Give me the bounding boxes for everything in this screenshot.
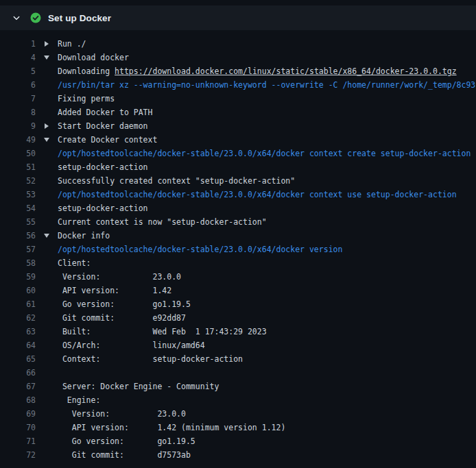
log-segment: Git commit: e92dd87 — [58, 313, 186, 323]
log-line: 59 Version: 23.0.0 — [0, 270, 476, 284]
log-segment: Built: Wed Feb 1 17:43:29 2023 — [58, 327, 267, 336]
log-segment: Go version: go1.19.5 — [58, 436, 195, 446]
log-segment: Fixing perms — [58, 94, 115, 103]
log-segment: Download docker — [58, 53, 129, 62]
disclosure-collapsed-icon[interactable] — [36, 123, 58, 129]
disclosure-collapsed-icon[interactable] — [36, 41, 58, 47]
disclosure-expanded-icon[interactable] — [36, 138, 58, 142]
log-segment: /usr/bin/tar xz --warning=no-unknown-key… — [58, 80, 475, 90]
line-number[interactable]: 70 — [8, 421, 36, 434]
line-number[interactable]: 6 — [8, 78, 36, 92]
log-text: Docker info — [58, 229, 476, 243]
line-number[interactable]: 8 — [8, 106, 36, 119]
log-line: 69 Version: 23.0.0 — [0, 407, 476, 421]
log-text: Go version: go1.19.5 — [58, 434, 476, 448]
log-text: Client: — [58, 256, 476, 270]
log-line: 57/opt/hostedtoolcache/docker-stable/23.… — [0, 243, 476, 256]
log-segment: Version: 23.0.0 — [58, 409, 186, 419]
line-number[interactable]: 7 — [8, 92, 36, 106]
line-number[interactable]: 69 — [8, 407, 36, 421]
log-line: 54setup-docker-action — [0, 201, 476, 215]
log-segment: Version: 23.0.0 — [58, 272, 181, 282]
step-title: Set up Docker — [48, 13, 111, 23]
log-line: 63 Built: Wed Feb 1 17:43:29 2023 — [0, 325, 476, 338]
log-group-line[interactable]: 1Run ./ — [0, 37, 476, 51]
log-text: Built: Wed Feb 1 17:43:29 2023 — [58, 325, 476, 338]
line-number[interactable]: 56 — [8, 229, 36, 243]
line-number[interactable]: 63 — [8, 325, 36, 338]
line-number[interactable]: 57 — [8, 243, 36, 256]
chevron-down-icon[interactable] — [11, 12, 22, 23]
log-text: Engine: — [58, 393, 476, 407]
log-segment: API version: 1.42 — [58, 286, 171, 295]
log-group-line[interactable]: 9Start Docker daemon — [0, 119, 476, 133]
log-group-line[interactable]: 56Docker info — [0, 229, 476, 243]
log-line: 66 — [0, 366, 476, 380]
log-group-line[interactable]: 4Download docker — [0, 51, 476, 64]
log-segment: setup-docker-action — [58, 162, 148, 172]
log-line: 70 API version: 1.42 (minimum version 1.… — [0, 421, 476, 434]
line-number[interactable]: 4 — [8, 51, 36, 64]
log-text: /opt/hostedtoolcache/docker-stable/23.0.… — [58, 243, 476, 256]
log-line: 52Successfully created context "setup-do… — [0, 174, 476, 188]
log-text: Fixing perms — [58, 92, 476, 106]
log-text: Start Docker daemon — [58, 119, 476, 133]
line-number[interactable]: 65 — [8, 352, 36, 366]
log-line: 6/usr/bin/tar xz --warning=no-unknown-ke… — [0, 78, 476, 92]
line-number[interactable]: 67 — [8, 380, 36, 393]
line-number[interactable]: 49 — [8, 133, 36, 147]
line-number[interactable]: 54 — [8, 201, 36, 215]
line-number[interactable]: 55 — [8, 215, 36, 229]
line-number[interactable]: 64 — [8, 338, 36, 352]
log-segment: Start Docker daemon — [58, 121, 148, 131]
log-segment: /opt/hostedtoolcache/docker-stable/23.0.… — [58, 190, 457, 199]
line-number[interactable]: 58 — [8, 256, 36, 270]
log-line: 55Current context is now "setup-docker-a… — [0, 215, 476, 229]
log-text: Version: 23.0.0 — [58, 270, 476, 284]
line-number[interactable]: 5 — [8, 64, 36, 78]
line-number[interactable]: 1 — [8, 37, 36, 51]
log-text: Git commit: d7573ab — [58, 448, 476, 462]
disclosure-expanded-icon[interactable] — [36, 56, 58, 60]
line-number[interactable]: 53 — [8, 188, 36, 201]
line-number[interactable]: 72 — [8, 448, 36, 462]
log-group-line[interactable]: 49Create Docker context — [0, 133, 476, 147]
log-segment: Docker info — [58, 231, 110, 241]
log-link[interactable]: https://download.docker.com/linux/static… — [115, 66, 457, 76]
log-segment: Added Docker to PATH — [58, 108, 152, 117]
line-number[interactable]: 68 — [8, 393, 36, 407]
log-text: Added Docker to PATH — [58, 106, 476, 119]
line-number[interactable]: 50 — [8, 147, 36, 160]
log-line: 8Added Docker to PATH — [0, 106, 476, 119]
log-line: 72 Git commit: d7573ab — [0, 448, 476, 462]
log-text: /opt/hostedtoolcache/docker-stable/23.0.… — [58, 188, 476, 201]
log-line: 51setup-docker-action — [0, 160, 476, 174]
line-number[interactable]: 71 — [8, 434, 36, 448]
step-header[interactable]: Set up Docker — [0, 5, 476, 30]
log-line: 61 Go version: go1.19.5 — [0, 297, 476, 311]
line-number[interactable]: 60 — [8, 284, 36, 297]
log-text: Create Docker context — [58, 133, 476, 147]
log-segment: Git commit: d7573ab — [58, 450, 191, 460]
log-segment: Run ./ — [58, 39, 86, 49]
log-segment: Current context is now "setup-docker-act… — [58, 217, 267, 227]
log-line: 62 Git commit: e92dd87 — [0, 311, 476, 325]
log-segment: Create Docker context — [58, 135, 157, 145]
log-segment: /opt/hostedtoolcache/docker-stable/23.0.… — [58, 149, 471, 158]
line-number[interactable]: 62 — [8, 311, 36, 325]
line-number[interactable]: 51 — [8, 160, 36, 174]
log-text: Download docker — [58, 51, 476, 64]
disclosure-expanded-icon[interactable] — [36, 234, 58, 238]
line-number[interactable]: 59 — [8, 270, 36, 284]
line-number[interactable]: 9 — [8, 119, 36, 133]
log-text: API version: 1.42 — [58, 284, 476, 297]
log-text: /usr/bin/tar xz --warning=no-unknown-key… — [58, 78, 476, 92]
line-number[interactable]: 66 — [8, 366, 36, 380]
success-check-icon — [30, 12, 41, 23]
log-text: Version: 23.0.0 — [58, 407, 476, 421]
log-text: Downloading https://download.docker.com/… — [58, 64, 476, 78]
log-line: 58Client: — [0, 256, 476, 270]
log-text: Go version: go1.19.5 — [58, 297, 476, 311]
line-number[interactable]: 52 — [8, 174, 36, 188]
line-number[interactable]: 61 — [8, 297, 36, 311]
